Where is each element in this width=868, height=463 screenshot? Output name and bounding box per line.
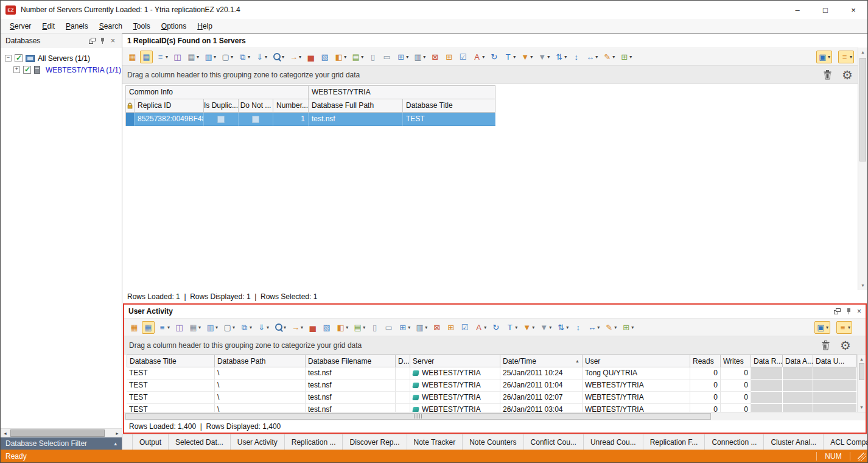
text-tools-icon[interactable]: T: [502, 51, 517, 63]
refresh-icon[interactable]: ↻: [488, 51, 500, 63]
layout-manager-icon[interactable]: ▦: [126, 51, 139, 63]
row-height-icon[interactable]: ↕: [572, 321, 584, 334]
freeze-columns-icon[interactable]: ▯: [366, 51, 379, 63]
column-header-do-not[interactable]: Do Not ...: [239, 99, 273, 113]
paste-options-icon[interactable]: ▤: [349, 51, 365, 63]
fit-width-icon[interactable]: ↔: [584, 51, 600, 63]
validate-grid-icon[interactable]: ☑: [458, 321, 471, 334]
tab-replication[interactable]: Replication ...: [285, 434, 343, 450]
send-export-icon[interactable]: →: [287, 51, 303, 63]
grid-view-icon[interactable]: ▦: [140, 51, 153, 63]
tab-conflict-counters[interactable]: Conflict Cou...: [524, 434, 584, 450]
table-row[interactable]: TEST \ test.nsf WEBTEST/YTRIA 26/Jan/201…: [127, 404, 866, 412]
database-selection-filter-bar[interactable]: Database Selection Filter ▴: [1, 437, 122, 450]
column-header-number[interactable]: Number...: [273, 99, 309, 113]
column-header-database-filename[interactable]: Database Filename: [306, 355, 396, 367]
search-icon[interactable]: [270, 51, 286, 63]
export-rows-icon[interactable]: ⇓: [255, 321, 271, 334]
search-icon[interactable]: [272, 321, 288, 334]
bar-chart-icon[interactable]: ▅: [304, 51, 317, 63]
vertical-scrollbar[interactable]: ▲ ▼: [858, 48, 867, 290]
tree-checkbox[interactable]: [23, 66, 31, 74]
menu-search[interactable]: Search: [94, 19, 128, 34]
maximize-button[interactable]: □: [811, 1, 839, 19]
trash-icon[interactable]: [823, 70, 832, 80]
scroll-up-icon[interactable]: ▲: [858, 357, 866, 361]
lock-column-header[interactable]: [126, 99, 135, 113]
gear-icon[interactable]: ⚙: [842, 69, 853, 81]
column-header-database-title[interactable]: Database Title: [127, 355, 215, 367]
stack-columns-icon[interactable]: ▥: [413, 321, 429, 334]
column-header-date-time[interactable]: Date/Time ▲: [500, 355, 583, 367]
panel-layout-icon[interactable]: ▣: [814, 321, 830, 334]
menu-help[interactable]: Help: [192, 19, 218, 34]
column-header-server[interactable]: Server: [410, 355, 500, 367]
freeze-rows-icon[interactable]: ▭: [380, 51, 393, 63]
grid-style-icon[interactable]: ▦: [187, 321, 203, 334]
add-rows-icon[interactable]: ⊞: [444, 321, 457, 334]
tree-checkbox[interactable]: [15, 54, 23, 62]
flag-cells-icon[interactable]: ⊠: [429, 51, 441, 63]
grid-view-icon[interactable]: ▦: [142, 321, 155, 334]
row-height-icon[interactable]: ↕: [570, 51, 583, 63]
freeze-rows-icon[interactable]: ▭: [382, 321, 395, 334]
row-grouping-icon[interactable]: ≡: [154, 51, 170, 63]
float-panel-icon[interactable]: [834, 308, 841, 314]
clear-filter-icon[interactable]: ▼: [537, 321, 553, 334]
edit-values-icon[interactable]: ✎: [601, 51, 617, 63]
panel-layout-icon[interactable]: ▣: [816, 51, 832, 63]
copy-icon[interactable]: ⧉: [236, 51, 252, 63]
column-header-data-added[interactable]: Data A...: [783, 355, 813, 367]
replica-grouping-zone[interactable]: Drag a column header to this grouping zo…: [122, 66, 867, 84]
bar-chart-icon[interactable]: ▅: [306, 321, 319, 334]
trash-icon[interactable]: [821, 341, 830, 350]
tab-unread-counters[interactable]: Unread Cou...: [584, 434, 643, 450]
menu-options[interactable]: Options: [156, 19, 192, 34]
pin-panel-icon[interactable]: [846, 308, 852, 315]
horizontal-scrollbar[interactable]: [124, 412, 866, 420]
tab-cluster-analysis[interactable]: Cluster Anal...: [764, 434, 824, 450]
column-header-data-updated[interactable]: Data U...: [813, 355, 857, 367]
table-row[interactable]: TEST \ test.nsf WEBTEST/YTRIA 26/Jan/201…: [127, 392, 866, 404]
scroll-thumb[interactable]: [859, 58, 866, 161]
menu-edit[interactable]: Edit: [37, 19, 60, 34]
sort-icon[interactable]: ⇅: [555, 321, 570, 334]
column-header-data-read[interactable]: Data R...: [751, 355, 783, 367]
tree-item-webtest-ytria[interactable]: + WEBTEST/YTRIA (1/1): [1, 64, 122, 76]
column-header-writes[interactable]: Writes: [721, 355, 751, 367]
gear-icon[interactable]: ⚙: [840, 339, 851, 352]
scroll-thumb[interactable]: [125, 413, 711, 420]
scroll-thumb[interactable]: [859, 363, 864, 380]
validate-grid-icon[interactable]: ☑: [457, 51, 469, 63]
close-panel-icon[interactable]: ×: [108, 37, 118, 45]
column-header-user[interactable]: User: [583, 355, 690, 367]
compare-panes-icon[interactable]: ◧: [332, 51, 348, 63]
row-display-icon[interactable]: ≡: [836, 321, 852, 334]
collapse-groups-icon[interactable]: ◫: [171, 51, 184, 63]
fit-width-icon[interactable]: ↔: [586, 321, 601, 334]
vertical-scrollbar[interactable]: ▲ ▼: [857, 355, 866, 412]
column-header-d[interactable]: D...: [396, 355, 410, 367]
selection-mode-icon[interactable]: ▢: [221, 321, 237, 334]
stack-columns-icon[interactable]: ▥: [411, 51, 427, 63]
column-header-is-duplicate[interactable]: Is Duplic...: [204, 99, 239, 113]
column-manager-icon[interactable]: ▥: [202, 51, 218, 63]
checkbox-unchecked[interactable]: [252, 116, 259, 123]
pivot-chart-icon[interactable]: ▧: [318, 51, 331, 63]
collapse-groups-icon[interactable]: ◫: [173, 321, 186, 334]
insert-column-icon[interactable]: ⊞: [618, 51, 634, 63]
column-header-database-full-path[interactable]: Database Full Path: [309, 99, 403, 113]
band-header-server[interactable]: WEBTEST/YTRIA: [309, 86, 495, 99]
tab-connection-documents[interactable]: Connection ...: [705, 434, 764, 450]
filter-icon[interactable]: ▼: [519, 51, 534, 63]
insert-column-icon[interactable]: ⊞: [620, 321, 635, 334]
font-format-icon[interactable]: A: [472, 321, 488, 334]
freeze-columns-icon[interactable]: ▯: [368, 321, 381, 334]
checkbox-unchecked[interactable]: [217, 116, 225, 123]
copy-icon[interactable]: ⧉: [238, 321, 254, 334]
sidebar-horizontal-scrollbar[interactable]: ◄ ►: [1, 428, 122, 437]
tree-expander-icon[interactable]: −: [5, 55, 12, 62]
tab-user-activity[interactable]: User Activity: [231, 434, 285, 450]
refresh-icon[interactable]: ↻: [489, 321, 502, 334]
filter-icon[interactable]: ▼: [520, 321, 536, 334]
